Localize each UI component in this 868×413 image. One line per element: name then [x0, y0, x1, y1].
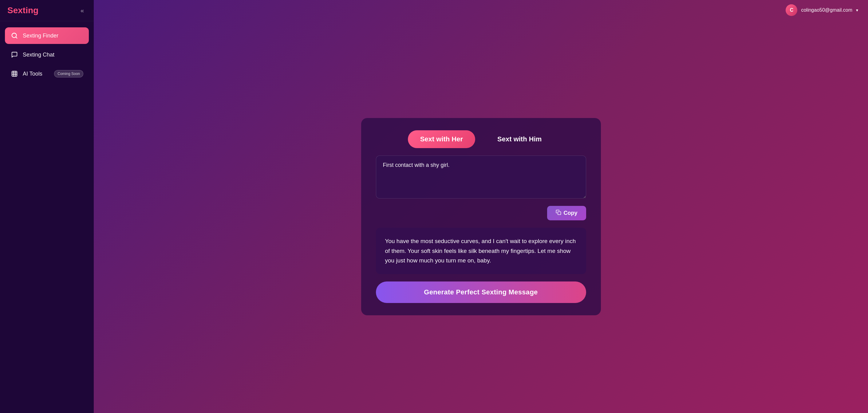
svg-rect-2: [12, 71, 17, 76]
generated-message-text: You have the most seductive curves, and …: [385, 238, 576, 264]
sext-with-him-button[interactable]: Sext with Him: [485, 130, 554, 148]
sidebar-item-sexting-finder[interactable]: Sexting Finder: [5, 27, 89, 44]
search-icon: [10, 32, 19, 40]
sidebar-item-sexting-chat[interactable]: Sexting Chat: [5, 46, 89, 63]
copy-label: Copy: [564, 210, 578, 216]
generate-button[interactable]: Generate Perfect Sexting Message: [376, 282, 586, 303]
content-area: Sext with Her Sext with Him First contac…: [94, 20, 868, 413]
gender-toggle: Sext with Her Sext with Him: [376, 130, 586, 148]
sexting-finder-label: Sexting Finder: [23, 33, 83, 39]
user-email: colingao50@gmail.com: [801, 7, 852, 13]
sidebar-header: Sexting «: [0, 0, 94, 21]
ai-tools-label: AI Tools: [23, 71, 50, 77]
ai-icon: [10, 70, 19, 78]
topbar: C colingao50@gmail.com ▾: [94, 0, 868, 20]
chat-icon: [10, 51, 19, 59]
copy-icon: [556, 210, 561, 217]
main-card: Sext with Her Sext with Him First contac…: [361, 118, 601, 315]
main-content: C colingao50@gmail.com ▾ Sext with Her S…: [94, 0, 868, 413]
copy-row: Copy: [376, 206, 586, 220]
collapse-button[interactable]: «: [78, 6, 86, 15]
scenario-input[interactable]: First contact with a shy girl.: [376, 156, 586, 198]
chevron-down-icon[interactable]: ▾: [856, 8, 858, 12]
generated-message-box: You have the most seductive curves, and …: [376, 228, 586, 274]
coming-soon-badge: Coming Soon: [54, 70, 83, 77]
svg-rect-7: [558, 212, 561, 215]
svg-line-1: [16, 37, 17, 38]
sext-with-her-button[interactable]: Sext with Her: [408, 130, 475, 148]
avatar: C: [786, 4, 797, 16]
sexting-chat-label: Sexting Chat: [23, 52, 83, 58]
sidebar: Sexting « Sexting Finder Sexting Chat: [0, 0, 94, 413]
sidebar-item-ai-tools[interactable]: AI Tools Coming Soon: [5, 65, 89, 82]
sidebar-nav: Sexting Finder Sexting Chat: [0, 21, 94, 88]
copy-button[interactable]: Copy: [547, 206, 586, 220]
app-title: Sexting: [7, 5, 38, 15]
